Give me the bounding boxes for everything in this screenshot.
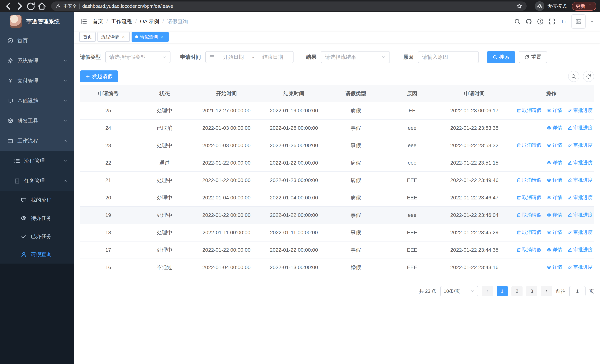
sidebar-item-process-mgmt[interactable]: 流程管理: [0, 151, 74, 171]
breadcrumb-item[interactable]: OA 示例: [140, 18, 159, 25]
table-row: 20处理中2022-01-04 00:00:002022-01-04 00:00…: [80, 189, 594, 206]
action-detail-link[interactable]: 详情: [547, 229, 562, 235]
help-icon[interactable]: ?: [537, 18, 544, 25]
breadcrumb: 首页/工作流程/OA 示例/请假查询: [93, 18, 188, 25]
next-page-button[interactable]: [541, 286, 552, 296]
breadcrumb-item[interactable]: 首页: [93, 18, 103, 25]
action-detail-link[interactable]: 详情: [547, 246, 562, 253]
font-size-icon[interactable]: TT: [560, 18, 567, 25]
range-separator: -: [252, 54, 254, 60]
reset-button[interactable]: 重置: [519, 51, 547, 63]
app-logo[interactable]: 芋道管理系统: [0, 12, 74, 31]
tab-leave-query[interactable]: 请假查询×: [131, 32, 169, 42]
address-bar[interactable]: 不安全 dashboard.yudao.iocoder.cn/bpm/oa/le…: [51, 1, 527, 11]
action-detail-link[interactable]: 详情: [547, 125, 562, 131]
cell-apply-time: 2022-01-22 23:43:16: [440, 259, 508, 276]
page-size-select[interactable]: 10条/页: [440, 286, 478, 296]
page-button-2[interactable]: 2: [511, 286, 523, 296]
action-progress-link[interactable]: 审批进度: [567, 142, 593, 149]
sidebar-item-task-mgmt[interactable]: 任务管理: [0, 171, 74, 191]
sidebar-item-workflow[interactable]: 工作流程: [0, 131, 74, 151]
goto-page-input[interactable]: [569, 286, 586, 296]
end-date-input[interactable]: 结束日期: [256, 54, 290, 61]
column-header: 操作: [508, 85, 594, 102]
sidebar-item-my-process[interactable]: 我的流程: [0, 191, 74, 209]
action-cancel-link[interactable]: 取消请假: [516, 229, 542, 235]
action-detail-link[interactable]: 详情: [547, 177, 562, 183]
navbar-actions: ? TT: [514, 14, 594, 28]
action-label: 审批进度: [573, 142, 593, 149]
sidebar-item-done-task[interactable]: 已办任务: [0, 227, 74, 245]
start-date-input[interactable]: 开始日期: [217, 54, 250, 61]
action-cancel-link[interactable]: 取消请假: [516, 246, 542, 253]
action-progress-link[interactable]: 审批进度: [567, 177, 593, 183]
search-icon[interactable]: [514, 18, 521, 25]
action-detail-link[interactable]: 详情: [547, 212, 562, 218]
cell-start-time: 2022-01-22 00:00:00: [193, 206, 260, 224]
browser-forward-button[interactable]: [15, 1, 24, 11]
prev-page-button[interactable]: [482, 286, 493, 296]
check-icon: [21, 233, 27, 239]
edit-icon: [567, 125, 572, 130]
result-select[interactable]: 请选择流结果: [321, 51, 390, 63]
reason-input[interactable]: [418, 51, 479, 63]
bookmark-star-icon[interactable]: [516, 3, 522, 9]
sidebar-item-home[interactable]: 首页: [0, 31, 74, 51]
action-detail-link[interactable]: 详情: [547, 142, 562, 149]
browser-home-button[interactable]: [37, 1, 47, 11]
action-progress-link[interactable]: 审批进度: [567, 194, 593, 201]
action-progress-link[interactable]: 审批进度: [567, 125, 593, 131]
close-icon[interactable]: ×: [121, 34, 126, 39]
search-button[interactable]: 搜索: [487, 51, 515, 63]
sidebar-item-leave-query[interactable]: 请假查询: [0, 245, 74, 263]
caret-down-icon: [590, 20, 594, 23]
action-detail-link[interactable]: 详情: [547, 107, 562, 114]
action-cancel-link[interactable]: 取消请假: [516, 177, 542, 183]
leave-type-select[interactable]: 请选择请假类型: [105, 51, 170, 63]
sidebar-item-system-mgmt[interactable]: 系统管理: [0, 51, 74, 71]
page-button-1[interactable]: 1: [497, 286, 508, 296]
tab-label: 请假查询: [140, 34, 158, 40]
action-cancel-link[interactable]: 取消请假: [516, 107, 542, 114]
sidebar-item-dev-tools[interactable]: 研发工具: [0, 111, 74, 131]
action-cancel-link[interactable]: 取消请假: [516, 142, 542, 149]
create-leave-button[interactable]: 发起请假: [80, 70, 118, 82]
sidebar-item-infrastructure[interactable]: 基础设施: [0, 91, 74, 111]
avatar[interactable]: [572, 14, 586, 28]
action-progress-link[interactable]: 审批进度: [567, 212, 593, 218]
cell-apply-time: 2022-01-22 23:53:32: [440, 137, 508, 154]
cell-apply-time: 2022-01-22 23:49:46: [440, 172, 508, 189]
action-detail-link[interactable]: 详情: [547, 159, 562, 166]
tab-home[interactable]: 首页: [79, 32, 96, 42]
sidebar-item-todo-task[interactable]: 待办任务: [0, 209, 74, 227]
fullscreen-icon[interactable]: [548, 18, 555, 25]
breadcrumb-item[interactable]: 工作流程: [111, 18, 132, 25]
tab-label: 流程详情: [101, 34, 119, 40]
action-detail-link[interactable]: 详情: [547, 194, 562, 201]
breadcrumb-separator: /: [106, 19, 108, 24]
refresh-table-button[interactable]: [583, 71, 594, 82]
action-progress-link[interactable]: 审批进度: [567, 246, 593, 253]
apply-time-range-picker[interactable]: 开始日期 - 结束日期: [205, 51, 293, 63]
browser-back-button[interactable]: [4, 1, 13, 11]
sidebar-item-payment-mgmt[interactable]: ¥支付管理: [0, 71, 74, 91]
browser-reload-button[interactable]: [26, 1, 36, 11]
toggle-search-button[interactable]: [568, 71, 579, 82]
action-progress-link[interactable]: 审批进度: [567, 264, 593, 271]
cell-start-time: 2022-01-04 00:00:00: [193, 259, 260, 276]
action-progress-link[interactable]: 审批进度: [567, 229, 593, 235]
sidebar-toggle-button[interactable]: [80, 18, 87, 25]
github-icon[interactable]: [525, 18, 532, 25]
action-cancel-link[interactable]: 取消请假: [516, 194, 542, 201]
browser-update-button[interactable]: 更新: [572, 2, 596, 10]
cell-actions: 取消请假详情审批进度: [508, 102, 594, 119]
tab-process-detail[interactable]: 流程详情×: [97, 32, 130, 42]
action-progress-link[interactable]: 审批进度: [567, 107, 593, 114]
action-label: 取消请假: [522, 194, 542, 201]
action-detail-link[interactable]: 详情: [547, 264, 562, 271]
breadcrumb-item: 请假查询: [167, 18, 188, 25]
action-cancel-link[interactable]: 取消请假: [516, 212, 542, 218]
close-icon[interactable]: ×: [160, 34, 165, 39]
page-button-3[interactable]: 3: [526, 286, 537, 296]
action-progress-link[interactable]: 审批进度: [567, 159, 593, 166]
